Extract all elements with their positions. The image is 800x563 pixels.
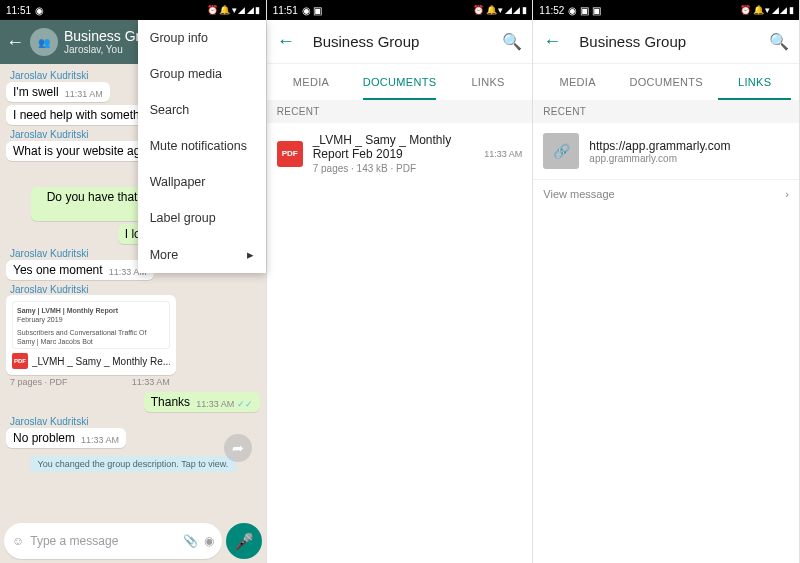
msg-sender: Jaroslav Kudritski xyxy=(10,284,260,295)
status-icons: ⏰ 🔔 ▾ ◢ ◢ ▮ xyxy=(740,5,793,15)
search-icon[interactable]: 🔍 xyxy=(769,32,789,51)
pdf-icon: PDF xyxy=(277,141,303,167)
phone-chat: 11:51◉ ⏰ 🔔 ▾ ◢ ◢ ▮ ← 👥 Business Group Ja… xyxy=(0,0,267,563)
emoji-icon[interactable]: ☺ xyxy=(12,534,24,548)
document-meta: 7 pages · 143 kB · PDF xyxy=(313,163,475,174)
menu-search[interactable]: Search xyxy=(138,92,266,128)
menu-wallpaper[interactable]: Wallpaper xyxy=(138,164,266,200)
status-time: 11:51 xyxy=(273,5,298,16)
tab-documents[interactable]: DOCUMENTS xyxy=(355,64,444,100)
media-header: ← Business Group 🔍 xyxy=(533,20,799,64)
tab-links[interactable]: LINKS xyxy=(710,64,799,100)
group-avatar[interactable]: 👥 xyxy=(30,28,58,56)
status-time: 11:52 xyxy=(539,5,564,16)
tabs: MEDIA DOCUMENTS LINKS xyxy=(533,64,799,100)
document-name: _LVMH _ Samy _ Monthly Report Feb 2019 xyxy=(313,133,475,161)
message-input[interactable]: ☺ Type a message 📎 ◉ xyxy=(4,523,222,559)
back-icon[interactable]: ← xyxy=(277,31,295,52)
msg-sender: Jaroslav Kudritski xyxy=(10,416,260,427)
link-icon: 🔗 xyxy=(543,133,579,169)
mic-button[interactable]: 🎤 xyxy=(226,523,262,559)
menu-label-group[interactable]: Label group xyxy=(138,200,266,236)
input-placeholder: Type a message xyxy=(30,534,176,548)
msg-in[interactable]: No problem11:33 AM xyxy=(6,428,126,448)
tab-links[interactable]: LINKS xyxy=(444,64,533,100)
read-tick-icon: ✓✓ xyxy=(237,399,253,409)
documents-list[interactable]: PDF _LVMH _ Samy _ Monthly Report Feb 20… xyxy=(267,123,533,563)
status-notif-icon: ◉ ▣ xyxy=(302,5,323,16)
link-domain: app.grammarly.com xyxy=(589,153,730,164)
view-message-button[interactable]: View message › xyxy=(533,179,799,208)
status-bar: 11:51◉ ⏰ 🔔 ▾ ◢ ◢ ▮ xyxy=(0,0,266,20)
chevron-right-icon: › xyxy=(785,188,789,200)
page-title: Business Group xyxy=(579,33,751,50)
status-icons: ⏰ 🔔 ▾ ◢ ◢ ▮ xyxy=(207,5,260,15)
system-message[interactable]: You changed the group description. Tap t… xyxy=(6,456,260,472)
document-time: 11:33 AM xyxy=(484,149,522,159)
search-icon[interactable]: 🔍 xyxy=(502,32,522,51)
msg-out[interactable]: Thanks11:33 AM ✓✓ xyxy=(144,392,260,412)
pdf-icon: PDF xyxy=(12,353,28,369)
input-bar: ☺ Type a message 📎 ◉ 🎤 xyxy=(4,523,262,559)
tab-media[interactable]: MEDIA xyxy=(267,64,356,100)
phone-documents: 11:51◉ ▣ ⏰ 🔔 ▾ ◢ ◢ ▮ ← Business Group 🔍 … xyxy=(267,0,534,563)
forward-icon[interactable]: ➦ xyxy=(224,434,252,462)
status-icons: ⏰ 🔔 ▾ ◢ ◢ ▮ xyxy=(473,5,526,15)
section-header: RECENT xyxy=(533,100,799,123)
msg-in[interactable]: I'm swell11:31 AM xyxy=(6,82,110,102)
phone-links: 11:52◉ ▣ ▣ ⏰ 🔔 ▾ ◢ ◢ ▮ ← Business Group … xyxy=(533,0,800,563)
menu-group-info[interactable]: Group info xyxy=(138,20,266,56)
tabs: MEDIA DOCUMENTS LINKS xyxy=(267,64,533,100)
document-item[interactable]: PDF _LVMH _ Samy _ Monthly Report Feb 20… xyxy=(267,123,533,184)
link-title: https://app.grammarly.com xyxy=(589,139,730,153)
attach-icon[interactable]: 📎 xyxy=(183,534,198,548)
status-time: 11:51 xyxy=(6,5,31,16)
menu-more[interactable]: More▸ xyxy=(138,236,266,273)
back-icon[interactable]: ← xyxy=(6,32,24,53)
chevron-right-icon: ▸ xyxy=(247,247,254,262)
media-header: ← Business Group 🔍 xyxy=(267,20,533,64)
document-message[interactable]: Samy | LVMH | Monthly Report February 20… xyxy=(6,295,176,375)
link-item[interactable]: 🔗 https://app.grammarly.com app.grammarl… xyxy=(533,123,799,179)
camera-icon[interactable]: ◉ xyxy=(204,534,214,548)
status-notif-icon: ◉ xyxy=(35,5,44,16)
overflow-menu: Group info Group media Search Mute notif… xyxy=(138,20,266,273)
tab-media[interactable]: MEDIA xyxy=(533,64,622,100)
links-list[interactable]: 🔗 https://app.grammarly.com app.grammarl… xyxy=(533,123,799,563)
menu-group-media[interactable]: Group media xyxy=(138,56,266,92)
msg-in[interactable]: Yes one moment11:33 AM xyxy=(6,260,154,280)
status-bar: 11:51◉ ▣ ⏰ 🔔 ▾ ◢ ◢ ▮ xyxy=(267,0,533,20)
document-name: _LVMH _ Samy _ Monthly Re... xyxy=(32,356,170,367)
status-notif-icon: ◉ ▣ ▣ xyxy=(568,5,601,16)
page-title: Business Group xyxy=(313,33,485,50)
document-preview: Samy | LVMH | Monthly Report February 20… xyxy=(12,301,170,349)
menu-mute[interactable]: Mute notifications xyxy=(138,128,266,164)
tab-documents[interactable]: DOCUMENTS xyxy=(622,64,711,100)
section-header: RECENT xyxy=(267,100,533,123)
back-icon[interactable]: ← xyxy=(543,31,561,52)
status-bar: 11:52◉ ▣ ▣ ⏰ 🔔 ▾ ◢ ◢ ▮ xyxy=(533,0,799,20)
